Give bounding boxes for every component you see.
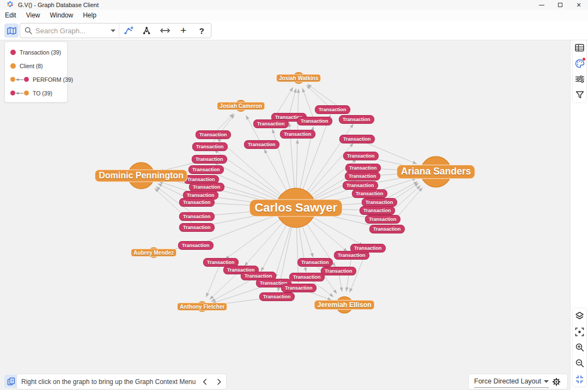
transaction-node[interactable]: Transaction — [179, 223, 215, 232]
menu-edit[interactable]: Edit — [5, 11, 16, 19]
legend-panel: Transaction (39) Client (8) PERFORM (39)… — [4, 41, 68, 103]
transaction-node[interactable]: Transaction — [192, 142, 228, 151]
transaction-node[interactable]: Transaction — [343, 181, 378, 190]
transaction-color-dot — [10, 50, 16, 55]
zoom-out-button[interactable] — [574, 357, 586, 369]
legend-item-transaction[interactable]: Transaction (39) — [5, 45, 67, 59]
next-hint-button[interactable] — [212, 375, 226, 389]
dropdown-caret-icon[interactable] — [111, 29, 116, 32]
transaction-node[interactable]: Transaction — [259, 292, 295, 301]
layout-select-value: Force Directed Layout — [474, 377, 544, 385]
transaction-node[interactable]: Transaction — [281, 284, 317, 292]
client-node[interactable]: Aubrey Mendez — [131, 249, 177, 257]
legend-item-to[interactable]: TO (39) — [5, 86, 67, 100]
transaction-node[interactable]: Transaction — [253, 119, 289, 128]
svg-text:?: ? — [10, 379, 13, 383]
transaction-node[interactable]: Transaction — [297, 117, 332, 125]
graph-canvas[interactable]: TransactionTransactionTransactionTransac… — [0, 0, 588, 390]
perform-edge-icon — [10, 77, 29, 82]
maximize-icon — [558, 3, 562, 7]
transaction-node[interactable]: Transaction — [289, 273, 325, 281]
transaction-node[interactable]: Transaction — [369, 225, 405, 233]
collapse-button[interactable] — [574, 373, 586, 385]
zoom-in-button[interactable] — [574, 341, 586, 353]
path-query-icon — [124, 26, 134, 35]
settings-sliders-button[interactable] — [574, 73, 586, 85]
client-node[interactable]: Josiah Cameron — [217, 102, 265, 110]
graph-edges — [0, 0, 588, 390]
transaction-node[interactable]: Transaction — [298, 258, 333, 267]
layout-settings-button[interactable] — [549, 375, 564, 389]
dropdown-caret-icon — [544, 380, 549, 383]
transaction-node[interactable]: Transaction — [340, 135, 375, 143]
transaction-node[interactable]: Transaction — [352, 189, 387, 198]
menu-view[interactable]: View — [26, 11, 40, 19]
path-query-button[interactable] — [120, 23, 137, 38]
transaction-node[interactable]: Transaction — [189, 165, 224, 174]
transaction-node[interactable]: Transaction — [321, 267, 356, 275]
transaction-node[interactable]: Transaction — [339, 115, 374, 124]
pages-icon: ? — [7, 377, 15, 386]
transaction-node[interactable]: Transaction — [189, 183, 225, 191]
client-node[interactable]: Carlos Sawyer — [249, 199, 342, 217]
transaction-node[interactable]: Transaction — [362, 198, 397, 207]
transaction-node[interactable]: Transaction — [365, 215, 401, 224]
layers-button[interactable] — [574, 310, 586, 322]
focus-button[interactable] — [574, 326, 586, 338]
right-sidebar — [570, 21, 588, 390]
network-layout-button[interactable] — [138, 23, 155, 38]
search-zone — [20, 23, 119, 38]
sliders-icon — [575, 75, 585, 83]
map-view-button[interactable] — [4, 23, 19, 38]
notification-badge — [582, 57, 586, 61]
transaction-node[interactable]: Transaction — [315, 105, 350, 114]
help-button[interactable]: ? — [193, 23, 210, 38]
transaction-node[interactable]: Transaction — [343, 152, 379, 160]
transaction-node[interactable]: Transaction — [345, 172, 380, 181]
client-node[interactable]: Anthony Fletcher — [177, 303, 227, 311]
transaction-node[interactable]: Transaction — [192, 155, 227, 164]
transaction-node[interactable]: Transaction — [244, 140, 280, 149]
layers-icon — [575, 311, 584, 321]
legend-item-perform[interactable]: PERFORM (39) — [5, 73, 67, 86]
client-node[interactable]: Josiah Watkins — [276, 74, 321, 82]
transaction-node[interactable]: Transaction — [179, 198, 215, 207]
style-palette-button[interactable] — [574, 57, 586, 69]
client-node[interactable]: Jeremiah Ellison — [314, 300, 374, 310]
network-icon — [142, 26, 151, 35]
layout-select[interactable]: Force Directed Layout — [474, 376, 549, 388]
menu-bar: Edit View Window Help — [0, 10, 588, 21]
search-icon — [25, 27, 32, 34]
collapse-icon — [575, 375, 584, 384]
previous-hint-button[interactable] — [198, 375, 212, 389]
add-button[interactable]: + — [175, 23, 192, 38]
transaction-node[interactable]: Transaction — [280, 130, 316, 139]
filter-button[interactable] — [574, 89, 586, 101]
legend-item-client[interactable]: Client (8) — [5, 59, 67, 73]
search-input[interactable] — [35, 27, 111, 35]
minimize-button[interactable] — [532, 0, 551, 10]
transaction-node[interactable]: Transaction — [345, 164, 381, 172]
transaction-node[interactable]: Transaction — [196, 130, 231, 139]
maximize-button[interactable] — [551, 0, 569, 10]
transaction-node[interactable]: Transaction — [350, 244, 386, 253]
table-view-button[interactable] — [574, 41, 586, 53]
layout-control: Force Directed Layout — [468, 374, 568, 389]
transaction-node[interactable]: Transaction — [178, 241, 214, 250]
transaction-node[interactable]: Transaction — [360, 206, 395, 215]
to-edge-icon — [10, 91, 29, 95]
client-color-dot — [10, 63, 16, 69]
menu-window[interactable]: Window — [50, 11, 73, 19]
focus-icon — [575, 327, 584, 337]
client-node[interactable]: Ariana Sanders — [397, 165, 475, 179]
menu-help[interactable]: Help — [83, 11, 96, 19]
map-icon — [7, 27, 16, 35]
expand-edges-button[interactable] — [157, 23, 173, 38]
gear-icon — [552, 377, 561, 386]
transaction-node[interactable]: Transaction — [179, 212, 215, 221]
main-toolbar: + ? — [0, 21, 588, 40]
title-bar: G.V() - Graph Database Client ✕ — [0, 0, 588, 10]
close-button[interactable]: ✕ — [569, 0, 588, 10]
pages-button[interactable]: ? — [4, 375, 17, 388]
client-node[interactable]: Dominic Pennington — [95, 170, 187, 182]
